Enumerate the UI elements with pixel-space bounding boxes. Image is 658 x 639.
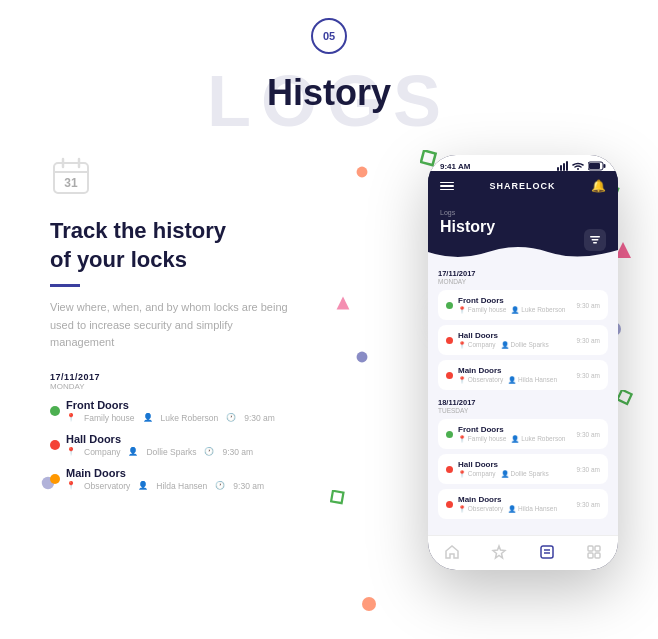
signal-bar-4 [566,161,568,171]
status-dot [446,302,453,309]
entry-details: Front Doors 📍 Family house 👤 Luke Robers… [458,425,572,443]
svg-rect-21 [590,236,600,238]
entry-name: Main Doors [458,495,572,504]
entry-name: Hall Doors [66,433,320,445]
status-dot [446,337,453,344]
entry-info: Hall Doors 📍 Company 👤 Dollie Sparks 🕐 9… [66,433,320,457]
entry-time: 9:30 am [577,302,601,309]
wifi-icon [571,161,585,171]
status-dot [446,466,453,473]
entry-time: 9:30 am [233,481,264,491]
list-item: Main Doors 📍 Observatory 👤 Hilda Hansen … [438,489,608,519]
entry-meta: 📍 Company 👤 Dollie Sparks [458,470,572,478]
svg-rect-4 [617,390,631,404]
app-header: SHARELOCK 🔔 [428,171,618,201]
ham-line [440,182,454,184]
entry-name: Front Doors [66,399,320,411]
location-text: 📍 Company [458,341,496,349]
svg-rect-10 [331,491,343,503]
entry-time: 9:30 am [577,431,601,438]
entry-name: Main Doors [66,467,320,479]
svg-rect-20 [589,163,600,169]
phone-notch [493,155,553,169]
phone-day-label: TUESDAY [438,407,608,414]
phone-date-section-1: 17/11/2017 MONDAY Front Doors 📍 Family h… [438,269,608,390]
entry-meta: 📍 Observatory 👤 Hilda Hansen [458,505,572,513]
bell-icon[interactable]: 🔔 [591,179,606,193]
status-dot [446,501,453,508]
entry-name: Front Doors [458,425,572,434]
phone-date-label: 17/11/2017 [438,269,608,278]
entry-name: Hall Doors [458,331,572,340]
svg-rect-22 [592,239,599,241]
left-day-label: MONDAY [50,382,320,391]
blue-divider [50,284,80,287]
nav-history[interactable] [539,544,555,564]
status-bar: 9:41 AM [428,155,618,171]
history-label: History [440,218,606,236]
entry-name: Hall Doors [458,460,572,469]
entry-time: 9:30 am [577,372,601,379]
clock-icon: 🕐 [226,413,236,422]
ham-line [440,189,454,191]
app-name: SHARELOCK [489,181,555,191]
list-item: Front Doors 📍 Family house 👤 Luke Robers… [438,290,608,320]
svg-rect-25 [541,546,553,558]
entry-time: 9:30 am [244,413,275,423]
step-number: 05 [323,30,335,42]
deco-circle-orange3 [360,595,378,613]
list-item: Main Doors 📍 Observatory 👤 Hilda Hansen … [50,467,320,491]
svg-text:31: 31 [64,176,78,190]
location-text: 📍 Company [458,470,496,478]
clock-icon: 🕐 [215,481,225,490]
status-dot [50,440,60,450]
entry-meta: 📍 Company 👤 Dollie Sparks 🕐 9:30 am [66,447,320,457]
entry-details: Hall Doors 📍 Company 👤 Dollie Sparks [458,460,572,478]
wave-area: Logs History [428,201,618,261]
left-date-section: 17/11/2017 MONDAY Front Doors 📍 Family h… [50,372,320,491]
svg-point-9 [357,352,368,363]
panel-description: View where, when, and by whom locks are … [50,299,290,352]
person-icon: 👤 [138,481,148,490]
panel-heading: Track the history of your locks [50,217,320,274]
deco-circle-blue2 [355,350,369,364]
entry-time: 9:30 am [222,447,253,457]
location-text: 📍 Observatory [458,505,503,513]
svg-rect-31 [595,553,600,558]
list-item: Hall Doors 📍 Company 👤 Dollie Sparks 🕐 9… [50,433,320,457]
phone-body: 9:41 AM [428,155,618,570]
phone-date-label: 18/11/2017 [438,398,608,407]
ham-line [440,185,454,187]
entry-details: Hall Doors 📍 Company 👤 Dollie Sparks [458,331,572,349]
signal-bar-2 [560,165,562,171]
entry-time: 9:30 am [577,466,601,473]
entry-info: Front Doors 📍 Family house 👤 Luke Robers… [66,399,320,423]
left-panel: 31 Track the history of your locks View … [50,155,320,501]
nav-favorites[interactable] [491,544,507,564]
calendar-icon: 31 [50,155,92,197]
nav-home[interactable] [444,544,460,564]
list-item: Hall Doors 📍 Company 👤 Dollie Sparks 9:3… [438,325,608,355]
svg-point-11 [362,597,376,611]
status-time: 9:41 AM [440,162,470,171]
phone-mockup: 9:41 AM [428,155,618,570]
left-date-label: 17/11/2017 [50,372,320,382]
step-badge: 05 [311,18,347,54]
svg-point-7 [357,167,368,178]
phone-date-section-2: 18/11/2017 TUESDAY Front Doors 📍 Family … [438,398,608,519]
hamburger-icon[interactable] [440,182,454,191]
entry-meta: 📍 Observatory 👤 Hilda Hansen [458,376,572,384]
person-text: 👤 Hilda Hansen [508,376,557,384]
star-icon [491,544,507,560]
status-dot [50,474,60,484]
phone-content: 17/11/2017 MONDAY Front Doors 📍 Family h… [428,261,618,535]
status-dot [50,406,60,416]
battery-icon [588,161,606,171]
person-icon: 👤 [143,413,153,422]
entry-time: 9:30 am [577,337,601,344]
person-text: 👤 Hilda Hansen [508,505,557,513]
nav-settings[interactable] [586,544,602,564]
svg-rect-28 [588,546,593,551]
list-item: Hall Doors 📍 Company 👤 Dollie Sparks 9:3… [438,454,608,484]
location-icon: 📍 [66,413,76,422]
